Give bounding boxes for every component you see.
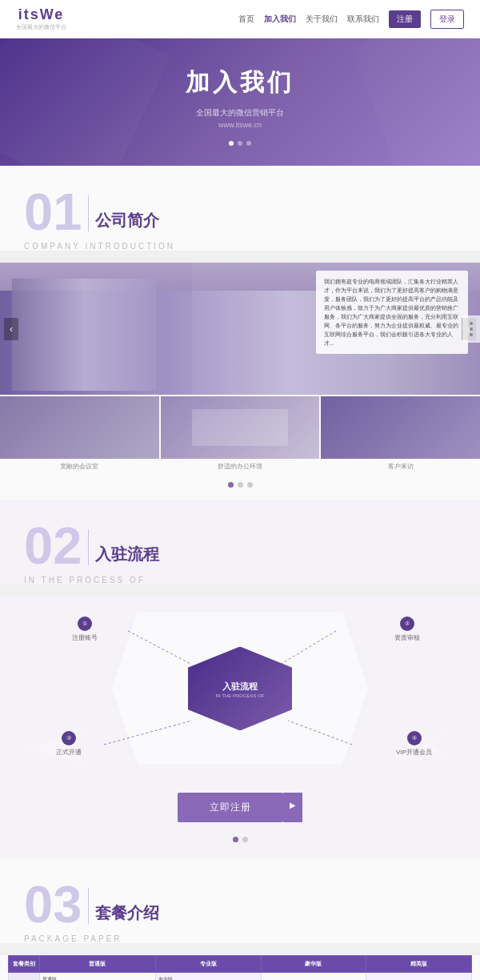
login-button[interactable]: 登录 <box>430 10 464 29</box>
hero-indicator <box>16 141 464 146</box>
slideshow-dots <box>0 476 480 500</box>
logo-main: itsWe <box>18 6 65 23</box>
slideshow: 我们拥有超专业的电商领域团队，汇集各大行业精英人才，作为平台来说，我们为了更好提… <box>0 263 480 395</box>
node-label-tr: 资质审核 <box>394 633 420 642</box>
nav-join[interactable]: 加入我们 <box>264 14 296 25</box>
hero-url: www.itswe.cn <box>16 121 464 129</box>
th-basic: 普通版 <box>40 956 156 973</box>
th-category: 套餐类别 <box>9 956 40 973</box>
row-cost-deluxe: 豪华版微信20000元/年腾讯20元/月 <box>261 973 366 981</box>
process-center-sub: IN THE PROCESS OF <box>216 693 265 697</box>
nav-about[interactable]: 关于我们 <box>306 14 338 25</box>
svg-line-2 <box>104 721 192 745</box>
hero-banner: 加入我们 全国最大的微信营销平台 www.itswe.cn <box>0 38 480 166</box>
hero-title: 加入我们 <box>16 66 464 99</box>
main-nav: 首页 加入我们 关于我们 联系我们 注册 登录 <box>238 10 464 29</box>
section01: 01 公司简介 COMPANY INTRODUCTION <box>0 166 480 251</box>
section02-title-cn: 入驻流程 <box>95 544 159 565</box>
row-cost-label: 套餐费用 <box>9 973 40 981</box>
process-diagram: 入驻流程 IN THE PROCESS OF ① 注册账号 ② 资质审核 ③ 正… <box>0 596 480 781</box>
photo-item-1: 宽敞的会议室 <box>0 396 159 476</box>
nav-home[interactable]: 首页 <box>238 14 254 25</box>
photo-caption-3: 客户来访 <box>321 459 480 476</box>
package-table-area: 套餐类别 普通版 专业版 豪华版 精英版 套餐费用 普通版微信20000元/年腾… <box>0 955 480 980</box>
svg-line-0 <box>128 631 192 665</box>
section01-title-row: 01 公司简介 <box>24 186 456 238</box>
header: itsWe 全国最大的微信平台 首页 加入我们 关于我们 联系我们 注册 登录 <box>0 0 480 38</box>
node-label-tl: 注册账号 <box>72 633 98 642</box>
logo-sub: 全国最大的微信平台 <box>16 23 66 31</box>
register-now-button[interactable]: 立即注册 <box>178 793 283 822</box>
photo-item-2: 舒适的办公环境 <box>161 396 320 476</box>
th-deluxe: 豪华版 <box>261 956 366 973</box>
section02-number: 02 <box>24 520 82 572</box>
section03-number: 03 <box>24 878 82 930</box>
th-pro: 专业版 <box>155 956 261 973</box>
section03-title-cn: 套餐介绍 <box>95 902 159 924</box>
photo-item-3: 客户来访 <box>321 396 480 476</box>
row-cost-pro: 专业版微信20000元/年腾讯20元/月直接报名注册全年 <box>155 973 261 981</box>
row-cost-basic: 普通版微信20000元/年腾讯20元/月直接报名注册全年 <box>40 973 156 981</box>
section02-dots <box>0 830 480 858</box>
process-node-tl: ① 注册账号 <box>72 617 98 642</box>
photo-caption-2: 舒适的办公环境 <box>161 459 320 476</box>
section02: 02 入驻流程 IN THE PROCESS OF <box>0 500 480 584</box>
register-button[interactable]: 注册 <box>389 10 421 28</box>
process-node-bl: ③ 正式开通 <box>56 731 82 757</box>
photo-row: 宽敞的会议室 舒适的办公环境 客户来访 <box>0 395 480 476</box>
process-node-br: ④ VIP开通会员 <box>396 731 432 757</box>
process-center-title: 入驻流程 <box>222 680 258 693</box>
node-label-br: VIP开通会员 <box>396 748 432 757</box>
section02-title-row: 02 入驻流程 <box>24 520 456 572</box>
section01-title-en: COMPANY INTRODUCTION <box>24 242 456 251</box>
photo-caption-1: 宽敞的会议室 <box>0 459 159 476</box>
logo-area: itsWe 全国最大的微信平台 <box>16 6 66 31</box>
section03-title-en: PACKAGE PAPER <box>24 934 456 943</box>
process-node-tr: ② 资质审核 <box>394 617 420 642</box>
row-cost-elite: 精英版微信20000元/年腾讯20元/月 <box>366 973 472 981</box>
nav-contact[interactable]: 联系我们 <box>347 14 379 25</box>
register-btn-area: 立即注册 ▶ <box>0 781 480 830</box>
svg-line-3 <box>288 721 352 745</box>
section03-title-row: 03 套餐介绍 <box>24 878 456 930</box>
package-table: 套餐类别 普通版 专业版 豪华版 精英版 套餐费用 普通版微信20000元/年腾… <box>8 955 472 980</box>
section01-number: 01 <box>24 186 82 238</box>
node-label-bl: 正式开通 <box>56 748 82 757</box>
section01-title-cn: 公司简介 <box>95 210 159 231</box>
slide-side-nav[interactable] <box>462 315 480 343</box>
slide-text-overlay: 我们拥有超专业的电商领域团队，汇集各大行业精英人才，作为平台来说，我们为了更好提… <box>316 271 468 354</box>
section03: 03 套餐介绍 PACKAGE PAPER <box>0 858 480 943</box>
section02-title-en: IN THE PROCESS OF <box>24 576 456 584</box>
th-elite: 精英版 <box>366 956 472 973</box>
slide-arrow-left[interactable]: ‹ <box>4 318 18 340</box>
hero-subtitle: 全国最大的微信营销平台 <box>16 107 464 118</box>
svg-line-1 <box>280 631 336 665</box>
